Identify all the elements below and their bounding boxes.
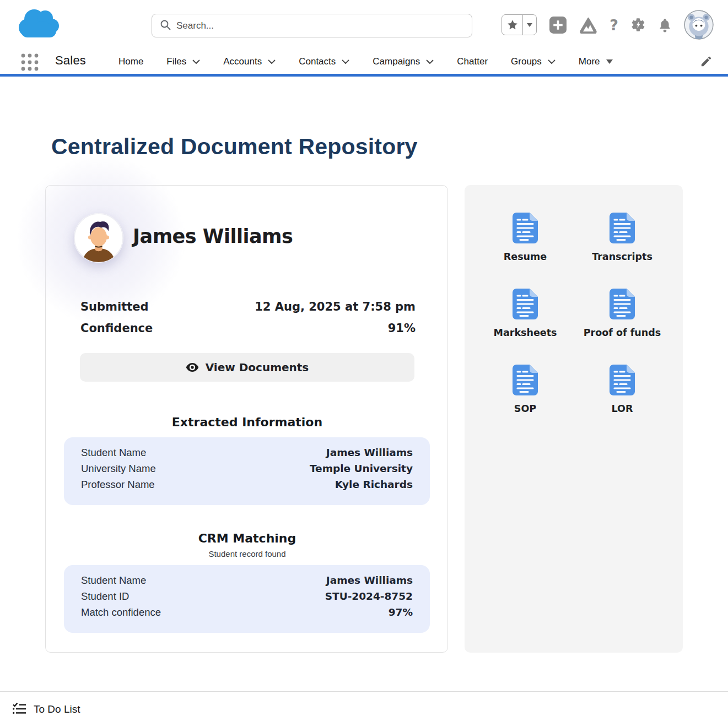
search-input[interactable] [176, 20, 464, 31]
guidance-center-button[interactable] [579, 17, 597, 34]
nav-item-files[interactable]: Files [166, 56, 200, 67]
submitted-row: Submitted 12 Aug, 2025 at 7:58 pm [80, 300, 416, 322]
nav-item-chatter[interactable]: Chatter [457, 56, 488, 67]
document-label: Resume [504, 251, 547, 262]
global-search [152, 14, 472, 37]
document-tile-proof-of-funds[interactable]: Proof of funds [581, 289, 664, 338]
document-icon [513, 365, 538, 395]
app-launcher-icon[interactable] [20, 52, 40, 74]
nav-item-label: Files [166, 56, 186, 67]
search-icon [160, 19, 171, 32]
setup-button[interactable] [630, 17, 646, 32]
row-value: STU-2024-8752 [325, 590, 413, 602]
notifications-button[interactable] [658, 18, 672, 32]
chevron-down-icon [192, 59, 200, 64]
student-avatar [74, 213, 123, 263]
row-value: 97% [389, 606, 413, 618]
student-name-heading: James Williams [133, 225, 293, 247]
row-label: Match confidence [81, 606, 161, 619]
favorite-star-button[interactable] [502, 15, 522, 35]
nav-item-label: Campaigns [373, 56, 420, 67]
todo-list-icon [12, 702, 26, 717]
row-label: University Name [81, 463, 156, 475]
global-actions-button[interactable] [549, 16, 567, 34]
documents-grid: Resume Transcripts [465, 185, 683, 414]
nav-item-label: Accounts [223, 56, 262, 67]
nav-item-label: Home [118, 56, 143, 67]
document-tile-sop[interactable]: SOP [484, 365, 567, 414]
document-tile-marksheets[interactable]: Marksheets [484, 289, 567, 338]
trailhead-icon [579, 17, 597, 34]
table-row: Student Name James Williams [81, 447, 413, 463]
bell-icon [658, 18, 672, 32]
row-value: James Williams [326, 574, 413, 586]
submission-summary: Submitted 12 Aug, 2025 at 7:58 pm Confid… [80, 300, 416, 343]
eye-icon [186, 362, 199, 372]
nav-item-contacts[interactable]: Contacts [299, 56, 349, 67]
plus-icon [549, 16, 567, 34]
salesforce-cloud-logo [14, 6, 61, 43]
edit-nav-button[interactable] [700, 55, 713, 70]
view-documents-label: View Documents [206, 361, 309, 374]
chevron-down-icon [342, 59, 349, 64]
document-label: Proof of funds [584, 327, 661, 338]
nav-item-accounts[interactable]: Accounts [223, 56, 276, 67]
app-window: ? [0, 0, 728, 727]
table-row: University Name Temple University [81, 463, 413, 479]
nav-item-more[interactable]: More [579, 56, 613, 67]
nav-item-home[interactable]: Home [118, 56, 143, 67]
crm-matching-panel: Student Name James Williams Student ID S… [64, 565, 430, 633]
nav-bar: Sales Home Files Accounts Contacts Campa… [0, 50, 728, 74]
top-bar: ? [0, 0, 728, 50]
astro-avatar-icon [684, 10, 714, 40]
nav-item-label: Groups [511, 56, 542, 67]
chevron-down-icon [426, 59, 434, 64]
nav-items: Home Files Accounts Contacts Campaigns C… [118, 50, 613, 74]
extracted-information-title: Extracted Information [46, 415, 449, 429]
nav-item-groups[interactable]: Groups [511, 56, 556, 67]
caret-down-icon [527, 23, 532, 27]
table-row: Student ID STU-2024-8752 [81, 590, 413, 606]
crm-matching-title: CRM Matching [46, 531, 449, 545]
document-label: LOR [612, 403, 633, 414]
row-label: Student Name [81, 574, 146, 587]
submitted-label: Submitted [80, 300, 149, 313]
row-value: Kyle Richards [335, 479, 413, 490]
help-button[interactable]: ? [610, 17, 618, 34]
nav-item-label: Contacts [299, 56, 336, 67]
gear-icon [630, 17, 646, 32]
favorites-dropdown-button[interactable] [522, 15, 536, 35]
document-icon [610, 289, 635, 319]
top-action-icons: ? [501, 0, 714, 50]
document-icon [610, 365, 635, 395]
documents-panel: Resume Transcripts [465, 185, 683, 653]
document-tile-lor[interactable]: LOR [581, 365, 664, 414]
confidence-value: 91% [388, 322, 416, 335]
document-icon [513, 289, 538, 319]
submitted-value: 12 Aug, 2025 at 7:58 pm [255, 300, 416, 313]
user-avatar-button[interactable] [684, 10, 714, 40]
document-tile-transcripts[interactable]: Transcripts [581, 213, 664, 262]
row-value: Temple University [310, 463, 413, 474]
view-documents-button[interactable]: View Documents [80, 353, 414, 382]
chevron-down-icon [548, 59, 556, 64]
row-label: Student Name [81, 447, 146, 459]
todo-list-button[interactable]: To Do List [34, 703, 80, 715]
extracted-information-panel: Student Name James Williams University N… [64, 437, 430, 505]
confidence-label: Confidence [80, 322, 153, 335]
app-name: Sales [55, 53, 86, 68]
person-avatar-icon [74, 213, 123, 263]
nav-item-label: Chatter [457, 56, 488, 67]
nav-item-campaigns[interactable]: Campaigns [373, 56, 434, 67]
document-label: SOP [514, 403, 536, 414]
chevron-down-icon [268, 59, 276, 64]
star-icon [507, 19, 518, 30]
pencil-icon [700, 55, 713, 68]
nav-underline [0, 74, 728, 77]
document-icon [610, 213, 635, 243]
document-label: Transcripts [592, 251, 652, 262]
utility-bar: To Do List [0, 691, 728, 727]
document-tile-resume[interactable]: Resume [484, 213, 567, 262]
table-row: Student Name James Williams [81, 574, 413, 590]
row-value: James Williams [326, 447, 413, 458]
